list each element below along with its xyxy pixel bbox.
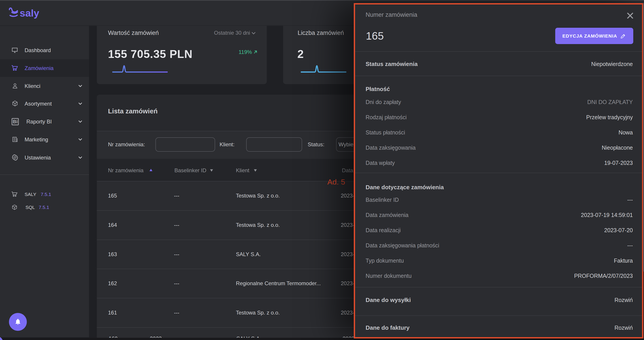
svg-text:saly: saly (20, 8, 39, 19)
